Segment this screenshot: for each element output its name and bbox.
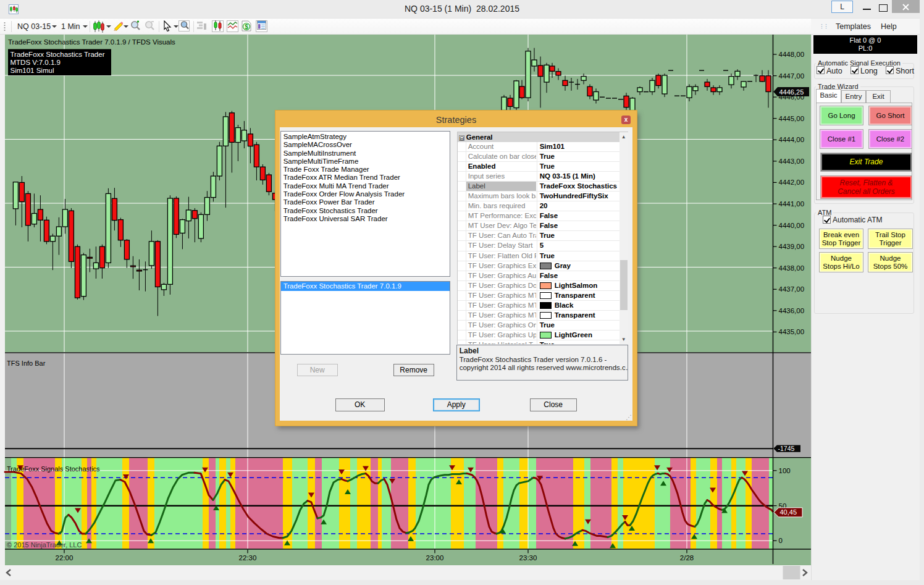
svg-text:TFS Info Bar: TFS Info Bar — [7, 360, 46, 367]
svg-text:4447,00: 4447,00 — [779, 72, 805, 80]
svg-text:4445,00: 4445,00 — [779, 115, 805, 122]
svg-text:40,45: 40,45 — [780, 508, 797, 516]
svg-text:22:30: 22:30 — [239, 554, 257, 562]
svg-text:4443,00: 4443,00 — [779, 158, 805, 165]
svg-text:TradeFoxx Stochastics Trader: TradeFoxx Stochastics Trader — [10, 51, 105, 58]
svg-text:4439,00: 4439,00 — [779, 243, 805, 250]
svg-text:0: 0 — [779, 537, 783, 544]
svg-text:Sim101 Simul: Sim101 Simul — [10, 67, 54, 74]
svg-text:22:00: 22:00 — [56, 554, 74, 562]
svg-text:4437,00: 4437,00 — [779, 285, 805, 293]
svg-text:4446,25: 4446,25 — [779, 88, 804, 96]
svg-text:MTDS V:7.0.1.9: MTDS V:7.0.1.9 — [10, 59, 61, 66]
svg-text:4444,00: 4444,00 — [779, 136, 805, 143]
svg-text:4435,00: 4435,00 — [779, 328, 805, 335]
svg-text:4442,00: 4442,00 — [779, 179, 805, 186]
svg-text:4440,00: 4440,00 — [779, 222, 805, 229]
svg-text:23:00: 23:00 — [426, 554, 444, 562]
svg-text:$: $ — [245, 23, 248, 30]
svg-text:© 2015 NinjaTrader, LLC: © 2015 NinjaTrader, LLC — [7, 541, 82, 549]
svg-text:4438,00: 4438,00 — [779, 264, 805, 272]
svg-text:4436,00: 4436,00 — [779, 307, 805, 314]
svg-text:TradeFoxx Signals Stochastics: TradeFoxx Signals Stochastics — [7, 465, 100, 473]
svg-text:2/28: 2/28 — [680, 554, 694, 562]
svg-text:4441,00: 4441,00 — [779, 200, 805, 208]
svg-text:-1745: -1745 — [778, 445, 795, 452]
svg-text:100: 100 — [779, 467, 791, 474]
svg-text:TradeFoxx Stochastics Trader: TradeFoxx Stochastics Trader 7.0.1.9 / T… — [8, 38, 175, 46]
svg-text:4448,00: 4448,00 — [779, 51, 805, 58]
svg-text:23:30: 23:30 — [519, 554, 537, 562]
